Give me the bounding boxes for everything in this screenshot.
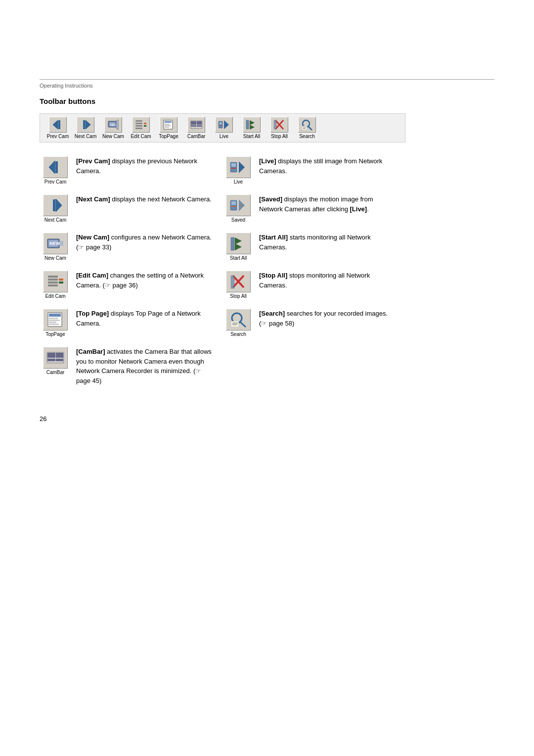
edit-cam-icon xyxy=(132,117,150,133)
entry-icon-label-stop-all: Stop All xyxy=(230,293,247,299)
entry-text-live: [Live] displays the still image from Net… xyxy=(259,156,396,176)
entry-text-start-all: [Start All] starts monitoring all Networ… xyxy=(259,233,396,252)
entry-icon-box-toppage xyxy=(43,309,68,331)
svg-rect-76 xyxy=(49,324,59,325)
toolbar-btn-search[interactable]: Search xyxy=(294,117,320,139)
svg-rect-28 xyxy=(221,125,222,126)
svg-rect-61 xyxy=(231,237,234,250)
entry-icon-new-cam: NEW New Cam xyxy=(40,233,71,261)
new-cam-icon: NEW xyxy=(104,117,122,133)
entry-text-next-cam: [Next Cam] displays the next Network Cam… xyxy=(76,194,213,204)
stop-all-icon xyxy=(270,117,288,133)
entry-icon-start-all: Start All xyxy=(222,233,254,261)
entry-icon-label-search: Search xyxy=(230,331,246,337)
svg-rect-31 xyxy=(246,120,249,129)
svg-marker-42 xyxy=(239,161,245,173)
toolbar-btn-live[interactable]: Live xyxy=(211,117,237,139)
page-number: 26 xyxy=(40,415,46,423)
entry-icon-search: Search xyxy=(222,309,254,337)
svg-rect-20 xyxy=(191,121,196,125)
entry-toppage: TopPage [Top Page] displays Top Page of … xyxy=(40,309,222,337)
svg-rect-16 xyxy=(165,124,170,125)
svg-marker-60 xyxy=(235,243,242,250)
toolbar-btn-label-live: Live xyxy=(220,134,228,139)
toolbar-row: Prev Cam Next Cam NEW xyxy=(40,113,405,142)
entry-icon-edit-cam: Edit Cam xyxy=(40,271,71,299)
entry-icon-box-prev-cam xyxy=(43,156,68,178)
svg-rect-86 xyxy=(56,359,63,361)
svg-rect-3 xyxy=(83,120,85,129)
entry-icon-box-stop-all xyxy=(226,271,251,292)
svg-rect-65 xyxy=(48,284,58,286)
entry-icon-cambar: CamBar xyxy=(40,347,71,375)
toolbar-btn-label-edit-cam: Edit Cam xyxy=(131,134,151,139)
page-footer: 26 xyxy=(40,415,494,423)
svg-rect-45 xyxy=(231,168,233,169)
svg-rect-83 xyxy=(47,353,55,358)
entry-text-new-cam: [New Cam] configures a new Network Camer… xyxy=(76,233,213,252)
toolbar-btn-new-cam[interactable]: NEW New Cam xyxy=(100,117,126,139)
svg-rect-48 xyxy=(53,199,55,211)
svg-text:NEW: NEW xyxy=(49,241,60,246)
svg-rect-53 xyxy=(234,206,236,207)
svg-rect-9 xyxy=(135,123,142,124)
entry-icon-box-live xyxy=(226,156,251,178)
entry-saved: Saved [Saved] displays the motion image … xyxy=(222,194,405,223)
prev-cam-icon xyxy=(49,117,67,133)
toolbar-btn-label-search: Search xyxy=(299,134,315,139)
top-page-icon xyxy=(160,117,178,133)
toolbar-btn-label-new-cam: New Cam xyxy=(102,134,124,139)
toolbar-btn-toppage[interactable]: TopPage xyxy=(156,117,181,139)
header-line: Operating Instructions xyxy=(40,79,494,89)
toolbar-btn-next-cam[interactable]: Next Cam xyxy=(73,117,98,139)
toolbar-btn-cambar[interactable]: CamBar xyxy=(183,117,209,139)
svg-rect-54 xyxy=(240,204,242,207)
entry-text-saved: [Saved] displays the motion image from N… xyxy=(259,194,396,214)
toolbar-btn-label-toppage: TopPage xyxy=(159,134,178,139)
search-icon xyxy=(298,117,316,133)
svg-marker-2 xyxy=(86,120,90,129)
entry-icon-label-edit-cam: Edit Cam xyxy=(45,293,65,299)
entry-icon-label-toppage: TopPage xyxy=(45,331,65,337)
entry-prev-cam: Prev Cam [Prev Cam] displays the previou… xyxy=(40,156,222,185)
svg-line-36 xyxy=(309,127,312,130)
svg-rect-11 xyxy=(135,128,142,129)
entry-icon-label-live: Live xyxy=(234,179,243,185)
svg-rect-44 xyxy=(231,163,236,167)
svg-rect-1 xyxy=(58,120,60,129)
toolbar-btn-prev-cam[interactable]: Prev Cam xyxy=(45,117,71,139)
entry-text-toppage: [Top Page] displays Top Page of a Networ… xyxy=(76,309,213,328)
entry-new-cam: NEW New Cam [New Cam] configures a new N… xyxy=(40,233,222,261)
entry-icon-label-saved: Saved xyxy=(231,217,245,223)
start-all-icon xyxy=(243,117,261,133)
entry-icon-box-edit-cam xyxy=(43,271,68,292)
svg-rect-21 xyxy=(197,121,202,125)
svg-rect-15 xyxy=(165,121,172,123)
entry-icon-next-cam: Next Cam xyxy=(40,194,71,223)
svg-rect-10 xyxy=(135,125,142,127)
svg-rect-64 xyxy=(48,282,58,284)
svg-rect-22 xyxy=(191,125,196,127)
toolbar-btn-edit-cam[interactable]: Edit Cam xyxy=(128,117,154,139)
entry-search: Search [Search] searches for your record… xyxy=(222,309,405,337)
entry-icon-label-next-cam: Next Cam xyxy=(44,217,66,223)
svg-rect-56 xyxy=(59,241,63,246)
entry-text-search: [Search] searches for your recorded imag… xyxy=(259,309,396,328)
entry-icon-box-cambar xyxy=(43,347,68,369)
svg-rect-70 xyxy=(231,276,234,288)
svg-rect-37 xyxy=(302,126,307,130)
svg-rect-18 xyxy=(165,127,169,128)
svg-rect-75 xyxy=(49,322,56,323)
toolbar-btn-start-all[interactable]: Start All xyxy=(239,117,265,139)
content-grid: Prev Cam [Prev Cam] displays the previou… xyxy=(40,156,405,395)
svg-rect-41 xyxy=(55,161,58,173)
entry-icon-label-new-cam: New Cam xyxy=(44,255,66,261)
entry-next-cam: Next Cam [Next Cam] displays the next Ne… xyxy=(40,194,222,223)
entry-live: Live [Live] displays the still image fro… xyxy=(222,156,405,185)
toolbar-btn-stop-all[interactable]: Stop All xyxy=(267,117,292,139)
entry-icon-toppage: TopPage xyxy=(40,309,71,337)
svg-rect-63 xyxy=(48,279,58,281)
svg-rect-52 xyxy=(231,206,233,207)
cam-bar-icon xyxy=(187,117,205,133)
svg-marker-40 xyxy=(49,161,55,174)
